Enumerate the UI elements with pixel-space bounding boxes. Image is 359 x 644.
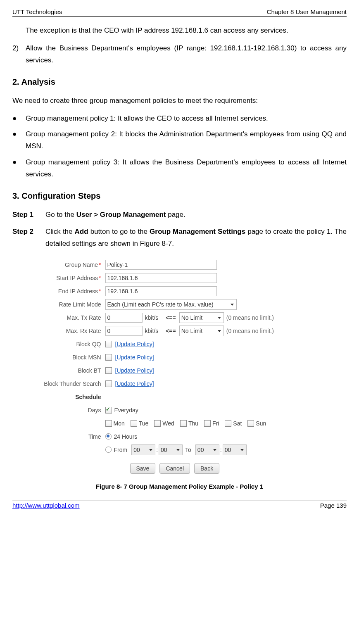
chevron-down-icon <box>218 330 221 332</box>
to-min-select[interactable]: 00 <box>223 444 247 455</box>
list-content: Allow the Business Department's employee… <box>26 43 347 67</box>
day-tue-checkbox[interactable] <box>131 420 137 427</box>
max-tx-input[interactable] <box>105 313 143 323</box>
everyday-label: Everyday <box>114 407 138 413</box>
block-thunder-checkbox[interactable] <box>105 380 112 387</box>
section-steps-heading: 3. Configuration Steps <box>12 191 347 201</box>
bullet-item: ● Group management policy 1: It allows t… <box>12 113 347 125</box>
chevron-down-icon <box>240 449 244 451</box>
day-label: Mon <box>114 420 125 427</box>
group-name-input[interactable] <box>105 260 217 270</box>
day-sun-checkbox[interactable] <box>247 420 254 427</box>
tx-hint: (0 means no limit.) <box>226 314 274 321</box>
rate-mode-select[interactable]: Each (Limit each PC's rate to Max. value… <box>105 299 237 310</box>
day-label: Wed <box>162 420 174 427</box>
text: page. <box>166 211 185 219</box>
day-label: Sun <box>256 420 266 427</box>
time-from-label: From <box>114 447 128 453</box>
label-block-thunder: Block Thunder Search <box>27 380 105 387</box>
start-ip-input[interactable] <box>105 273 217 283</box>
chevron-down-icon <box>149 449 152 451</box>
chevron-down-icon <box>218 317 221 319</box>
label-days: Days <box>27 407 105 413</box>
section-analysis-heading: 2. Analysis <box>12 77 347 87</box>
day-thu-checkbox[interactable] <box>180 420 187 427</box>
from-hour-select[interactable]: 00 <box>131 444 155 455</box>
max-rx-input[interactable] <box>105 326 143 336</box>
block-msn-checkbox[interactable] <box>105 354 112 361</box>
end-ip-input[interactable] <box>105 286 217 296</box>
day-label: Tue <box>139 420 149 427</box>
bullet-item: ● Group management policy 3: It allows t… <box>12 157 347 181</box>
figure-caption: Figure 8- 7 Group Management Policy Exam… <box>12 483 347 490</box>
chevron-down-icon <box>231 304 234 306</box>
arrow-label: <== <box>166 328 176 334</box>
page-number: Page 139 <box>320 502 347 509</box>
block-bt-checkbox[interactable] <box>105 367 112 374</box>
step-1: Step 1 Go to the User > Group Management… <box>12 209 347 221</box>
text: button to go to the <box>88 228 150 235</box>
label-schedule: Schedule <box>27 394 105 400</box>
tx-limit-select[interactable]: No Limit <box>179 312 224 323</box>
analysis-intro: We need to create three group management… <box>12 95 347 107</box>
days-group: Mon Tue Wed Thu Fri Sat Sun <box>105 420 266 427</box>
from-min-select[interactable]: 00 <box>159 444 183 455</box>
label-block-qq: Block QQ <box>27 341 105 347</box>
header-right: Chapter 8 User Management <box>267 8 347 15</box>
back-button[interactable]: Back <box>194 463 219 474</box>
update-policy-link[interactable]: [Update Policy] <box>115 367 154 374</box>
label-end-ip: End IP Address* <box>27 288 105 295</box>
label-rate-mode: Rate Limit Mode <box>27 301 105 308</box>
day-wed-checkbox[interactable] <box>154 420 161 427</box>
list-marker: 2) <box>12 43 26 67</box>
label-group-name: Group Name* <box>27 261 105 268</box>
time-24h-radio[interactable] <box>105 433 112 440</box>
step-label: Step 1 <box>12 209 45 221</box>
update-policy-link[interactable]: [Update Policy] <box>115 380 154 387</box>
update-policy-link[interactable]: [Update Policy] <box>115 354 154 361</box>
step-label: Step 2 <box>12 226 45 250</box>
to-label: To <box>185 447 191 453</box>
day-fri-checkbox[interactable] <box>204 420 211 427</box>
bullet-marker: ● <box>12 128 26 152</box>
kbits-label: kbit/s <box>145 314 159 321</box>
text: Go to the <box>45 211 76 219</box>
everyday-checkbox[interactable] <box>105 407 112 413</box>
day-mon-checkbox[interactable] <box>105 420 112 427</box>
label-max-rx: Max. Rx Rate <box>27 328 105 334</box>
bullet-text: Group management policy 3: It allows the… <box>26 157 347 181</box>
bullet-text: Group management policy 2: It blocks the… <box>26 128 347 152</box>
chevron-down-icon <box>176 449 180 451</box>
bullet-text: Group management policy 1: It allows the… <box>26 113 347 125</box>
step-2: Step 2 Click the Add button to go to the… <box>12 226 347 250</box>
update-policy-link[interactable]: [Update Policy] <box>115 341 154 347</box>
text: Click the <box>45 228 75 235</box>
exception-paragraph: The exception is that the CEO with IP ad… <box>26 25 347 37</box>
footer-link[interactable]: http://www.uttglobal.com <box>12 502 80 509</box>
text-bold: Add <box>75 228 88 235</box>
text-bold: Group Management Settings <box>150 228 245 235</box>
day-sat-checkbox[interactable] <box>225 420 231 427</box>
day-label: Fri <box>212 420 219 427</box>
cancel-button[interactable]: Cancel <box>159 463 190 474</box>
rx-limit-select[interactable]: No Limit <box>179 326 224 336</box>
chevron-down-icon <box>213 449 216 451</box>
day-label: Sat <box>233 420 242 427</box>
bullet-marker: ● <box>12 113 26 125</box>
label-max-tx: Max. Tx Rate <box>27 314 105 321</box>
to-hour-select[interactable]: 00 <box>195 444 219 455</box>
kbits-label: kbit/s <box>145 328 159 334</box>
step-content: Click the Add button to go to the Group … <box>45 226 347 250</box>
rx-hint: (0 means no limit.) <box>226 328 274 334</box>
page-header: UTT Technologies Chapter 8 User Manageme… <box>12 8 347 17</box>
page-footer: http://www.uttglobal.com Page 139 <box>12 501 347 509</box>
time-from-radio[interactable] <box>105 447 112 453</box>
block-qq-checkbox[interactable] <box>105 341 112 347</box>
label-start-ip: Start IP Address* <box>27 275 105 281</box>
arrow-label: <== <box>166 314 176 321</box>
save-button[interactable]: Save <box>130 463 156 474</box>
bullet-marker: ● <box>12 157 26 181</box>
bullet-item: ● Group management policy 2: It blocks t… <box>12 128 347 152</box>
time-24h-label: 24 Hours <box>114 433 138 440</box>
label-time: Time <box>27 433 105 440</box>
